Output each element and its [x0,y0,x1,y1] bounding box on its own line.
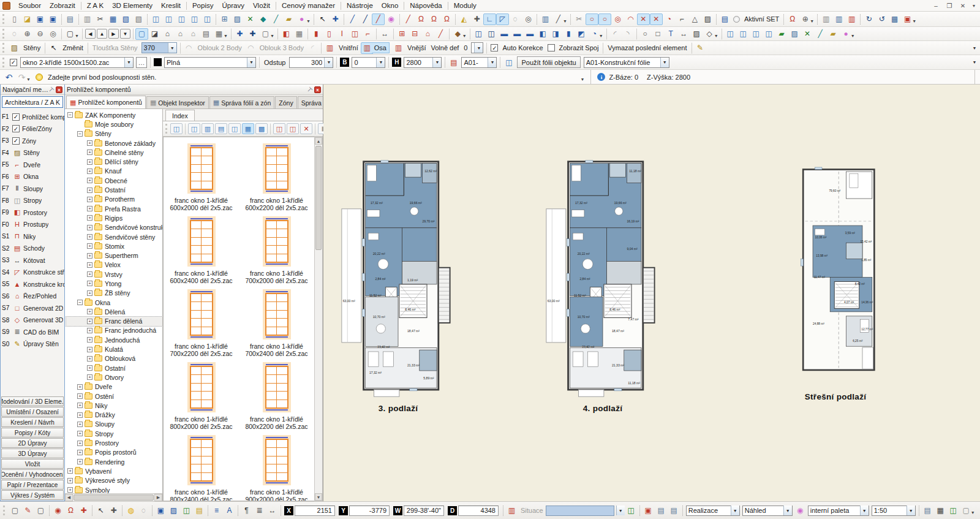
tree-item-obecne[interactable]: +Obecné [66,176,162,185]
nav-item-schody[interactable]: S2▤Schody [2,243,64,255]
arc-right-icon[interactable]: ◝ [622,28,635,40]
small-icons-icon[interactable]: ▥ [202,123,214,134]
cut-icon[interactable]: ✂ [94,13,107,25]
snap-target-icon-chevron[interactable]: ▼ [810,19,814,23]
menu-moduly[interactable]: Moduly [450,1,481,10]
paste-special-icon[interactable]: ▧ [132,13,145,25]
offset-combo[interactable]: 300▼ [289,57,333,68]
nav-item-niky[interactable]: S1⊓Niky [2,230,64,243]
chevron-down-icon[interactable]: ▼ [124,58,133,67]
insert-doc-icon[interactable]: ◫ [188,13,201,25]
slab-3-icon[interactable]: ▬ [524,28,537,40]
rotate-view-icon-chevron[interactable]: ▼ [270,34,274,38]
architecture-zak-button[interactable]: Architektura / Z A K [2,96,63,108]
print-preview-icon[interactable]: ▤ [655,505,668,517]
zoom-out-icon[interactable]: ⊖ [34,28,47,40]
component-browse-button[interactable]: … [136,57,147,68]
color-wheel-icon[interactable]: ◉ [385,13,398,25]
zoom-search-icon[interactable]: ◌ [509,13,522,25]
prompt-options-chevron-icon[interactable]: ▼ [580,77,584,81]
clipboard-props-icon[interactable]: ▥ [820,13,832,25]
print-icon[interactable]: ▤ [64,13,77,25]
tree-item-stropy[interactable]: +Stropy [66,429,162,438]
nav-group-button-popisy-koty[interactable]: Popisy / Kóty [1,428,64,438]
nav-group-button-papir-prezentace[interactable]: Papír / Prezentace [1,480,64,490]
tree-item-cihelne-steny[interactable]: +Cihelné stěny [66,148,162,157]
tab-index[interactable]: Index [165,110,195,121]
nav-group-button-modelovani-3d-eleme[interactable]: Modelování / 3D Eleme... [1,396,64,406]
nav-item-zony[interactable]: F3✓Zóny [2,135,64,147]
scale-combo[interactable]: 1:50▼ [872,506,916,516]
snap-intersect-icon[interactable]: ✕ [637,13,650,25]
column-profile-icon[interactable]: ◫ [349,28,361,40]
column-tool-icon[interactable]: Ⅰ [336,28,349,40]
screen-settings-icon[interactable]: ▢ [9,505,21,517]
eraser-icon[interactable]: ▰ [282,13,295,25]
large-icons-icon[interactable]: ◫ [188,123,200,134]
expand-icon[interactable]: + [87,215,92,221]
view-outline-icon[interactable]: ⌂ [187,28,200,40]
nav-item-upravy-sten[interactable]: S0✎Úpravy Stěn [2,338,64,350]
nav-item-prostupy[interactable]: F0HProstupy [2,219,64,231]
railing-tool-icon-chevron[interactable]: ▼ [599,34,603,38]
tree-item-delici-steny[interactable]: +Dělící stěny [66,157,162,166]
checkbox-checked-icon[interactable]: ✓ [12,137,20,145]
construction-line-icon[interactable]: ╱ [402,13,415,25]
expand-icon[interactable]: + [87,281,92,286]
tab-prohlizec-komponentu[interactable]: ▦Prohlížeč komponentů [66,96,146,108]
tree-item-supertherm[interactable]: +Supertherm [66,251,162,260]
pin-point-icon[interactable]: ◉ [51,505,64,517]
component-item-800x2200-del-2x5-zac[interactable]: franc okno 1-křídlé800x2200 děl 2x5.zac [239,358,314,431]
nav-item-konstrukce-kro[interactable]: S5▲Konstrukce kro... [2,278,64,290]
nav-group-button-3d-upravy[interactable]: 3D Úpravy [1,449,64,458]
pencil-special-icon[interactable]: ╱ [359,13,372,25]
nav-down-icon[interactable]: ▼ [120,29,130,39]
regenerate-icon[interactable]: ↺ [875,13,888,25]
snap-node-icon[interactable]: ○ [598,13,611,25]
component-item-800x2400-del-2x5-zac[interactable]: franc okno 1-křídlé800x2400 děl 2x5.zac [164,431,239,501]
b-combo[interactable]: 0▼ [352,57,385,68]
nav-group-button-umisteni-osazeni[interactable]: Umístění / Osazení [1,407,64,417]
situace-input[interactable] [546,506,614,516]
expand-icon[interactable]: + [77,412,83,418]
paste-doc-icon[interactable]: ◫ [201,13,214,25]
show-joint-checkbox[interactable] [548,44,555,51]
zoom-window-icon[interactable]: ◎ [47,28,59,40]
floor-plan-3-podlazi[interactable]: 12,62 m²17,32 m²19,66 m²29,70 m²20,22 m²… [341,158,456,413]
delete-2-icon[interactable]: ✕ [801,28,814,40]
color-palette-icon-chevron[interactable]: ▼ [306,19,311,23]
scroll-right-icon[interactable]: ▶ [154,494,162,501]
view-plan-icon[interactable]: ▤ [200,28,213,40]
line-style-combo[interactable]: Plná▼ [164,57,256,68]
arc-2pt-button[interactable]: Oblouk 2 Body [198,44,242,51]
expand-icon[interactable]: + [77,441,83,446]
save-state-icon-chevron[interactable]: ▼ [912,19,916,23]
expand-icon[interactable]: + [87,140,92,146]
chevron-down-icon[interactable]: ▼ [731,506,739,515]
tree-item-jednoducha[interactable]: +Jednoduchá [66,335,162,344]
draw-line-icon[interactable]: ╱ [270,13,282,25]
corner-icon[interactable]: ⌐ [676,13,688,25]
view-section-icon-chevron[interactable]: ▼ [224,34,228,38]
grid-vertical-scrollbar[interactable]: ▲ ▼ [314,137,323,501]
pencil-2d-icon[interactable]: ╱ [346,13,359,25]
tree-item-franc-jednoducha[interactable]: +Franc jednoduchá [66,326,162,335]
slab-1-icon[interactable]: ▬ [498,28,511,40]
folder-status-icon[interactable]: ▤ [193,505,206,517]
nav-item-folie-zony[interactable]: F2✓Fólie/Zóny [2,123,64,135]
drawing-canvas[interactable]: 12,62 m²17,32 m²19,66 m²29,70 m²20,22 m²… [323,85,980,501]
wall-edit-pen-icon[interactable]: ✎ [694,42,707,54]
menu-z-a-k[interactable]: Z A K [83,1,108,10]
delete-icon[interactable]: ✕ [244,13,257,25]
palette-combo[interactable]: interní paleta▼ [808,506,869,516]
text-tool-icon[interactable]: T [665,28,677,40]
chevron-down-icon[interactable]: ▼ [907,506,915,515]
tree-item-knauf[interactable]: +Knauf [66,167,162,176]
paste-icon[interactable]: ▧ [119,13,132,25]
collapse-icon[interactable]: − [77,300,83,305]
menu-3d-elementy[interactable]: 3D Elementy [108,1,157,10]
expand-icon[interactable]: + [87,206,92,211]
menu-zobrazit[interactable]: Zobrazit [45,1,80,10]
expand-icon[interactable]: + [87,253,92,259]
component-item-600x2200-del-2x5-zac[interactable]: franc okno 1-křídlé600x2200 děl 2x5.zac [239,140,314,213]
